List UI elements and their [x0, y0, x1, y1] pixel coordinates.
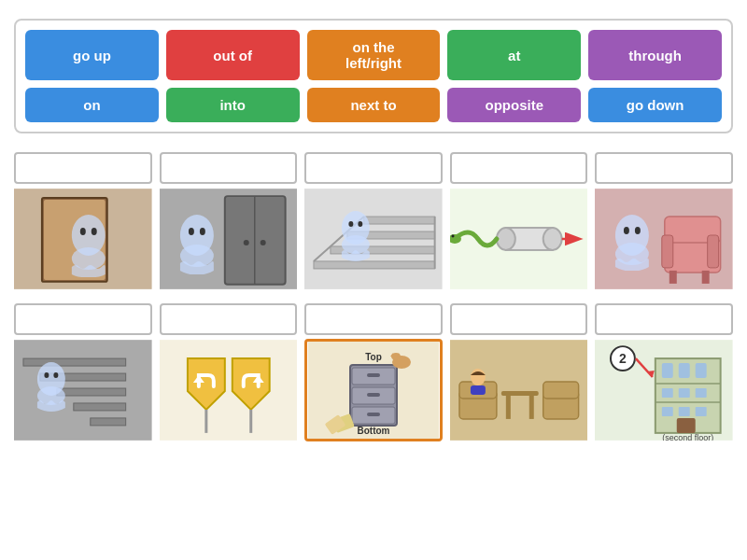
answer-box-1-4[interactable] [450, 152, 588, 184]
img-ghost-wardrobe-cell [160, 188, 298, 290]
answer-box-2-1[interactable] [14, 303, 152, 335]
sofa-svg [450, 340, 588, 441]
svg-point-25 [349, 221, 354, 227]
svg-text:Bottom: Bottom [357, 426, 389, 436]
svg-rect-17 [314, 261, 435, 269]
img-sofa-cell [450, 339, 588, 441]
svg-rect-69 [367, 413, 380, 416]
ghost-stairs-down-svg [14, 340, 152, 441]
snake-svg [450, 189, 588, 289]
img-ghost-door-cell [14, 188, 152, 290]
answer-box-2-2[interactable] [160, 303, 298, 335]
img-building-cell: 2 [595, 339, 733, 441]
word-btn-go-up[interactable]: go up [25, 30, 159, 80]
word-btn-out-of[interactable]: out of [166, 30, 300, 80]
svg-rect-98 [696, 363, 707, 378]
svg-rect-96 [662, 363, 673, 378]
image-section: Top Bottom [14, 152, 733, 445]
ghost-door-svg [14, 189, 152, 289]
img-ghost-chair-cell [595, 188, 733, 290]
svg-rect-104 [696, 407, 707, 416]
svg-point-29 [497, 228, 515, 250]
svg-point-54 [53, 372, 58, 378]
word-btn-next-to[interactable]: next to [307, 88, 441, 122]
svg-point-43 [624, 227, 629, 234]
answer-box-2-5[interactable] [595, 303, 733, 335]
svg-rect-20 [364, 217, 435, 224]
svg-rect-102 [662, 407, 673, 416]
answer-box-1-3[interactable] [304, 152, 443, 184]
svg-rect-80 [506, 396, 511, 419]
word-btn-go-down[interactable]: go down [588, 88, 722, 122]
svg-point-26 [359, 221, 363, 227]
main-container: go up out of on the left/right at throug… [0, 0, 747, 464]
svg-point-10 [243, 240, 248, 245]
svg-rect-79 [501, 391, 539, 396]
svg-rect-37 [662, 235, 673, 268]
img-file-cabinet-cell: Top Bottom [304, 339, 443, 441]
answer-row-1 [14, 152, 733, 184]
svg-rect-39 [669, 271, 677, 284]
answer-box-1-1[interactable] [14, 152, 152, 184]
img-road-signs-cell [160, 339, 298, 441]
svg-point-6 [92, 228, 97, 235]
svg-rect-67 [367, 373, 380, 377]
svg-rect-99 [662, 388, 673, 398]
svg-rect-103 [679, 407, 690, 416]
word-btn-at[interactable]: at [447, 30, 581, 80]
img-ghost-stairs-down-cell [14, 339, 152, 441]
answer-box-2-4[interactable] [450, 303, 588, 335]
svg-rect-50 [91, 418, 126, 426]
svg-rect-97 [679, 363, 690, 378]
word-bank: go up out of on the left/right at throug… [14, 19, 733, 133]
answer-row-2 [14, 303, 733, 335]
svg-text:2: 2 [619, 351, 627, 366]
svg-rect-40 [702, 271, 710, 284]
image-row-1 [14, 188, 733, 290]
word-btn-on-the-left-right[interactable]: on the left/right [307, 30, 441, 80]
svg-rect-49 [74, 403, 126, 411]
word-btn-into[interactable]: into [166, 88, 300, 122]
answer-box-1-5[interactable] [595, 152, 733, 184]
svg-point-86 [471, 369, 486, 385]
svg-point-15 [199, 228, 204, 235]
svg-text:Top: Top [365, 352, 382, 362]
word-btn-opposite[interactable]: opposite [447, 88, 581, 122]
img-ghost-stairs-cell [304, 188, 443, 290]
ghost-wardrobe-svg [160, 189, 298, 289]
svg-rect-68 [367, 393, 380, 397]
road-signs-svg [160, 340, 298, 441]
svg-point-11 [260, 240, 265, 245]
building-svg: 2 [595, 340, 733, 441]
svg-rect-46 [23, 358, 126, 366]
svg-point-30 [543, 228, 562, 250]
svg-rect-85 [543, 382, 579, 399]
img-snake-cell [450, 188, 588, 290]
ghost-stairs-svg [304, 189, 443, 289]
svg-rect-105 [677, 418, 696, 433]
answer-box-2-3[interactable] [304, 303, 443, 335]
svg-point-33 [451, 235, 454, 238]
svg-rect-38 [708, 235, 719, 268]
svg-rect-48 [57, 388, 126, 396]
svg-rect-55 [160, 340, 298, 441]
image-row-2: Top Bottom [14, 339, 733, 441]
svg-rect-81 [529, 396, 534, 419]
svg-rect-100 [679, 388, 690, 398]
file-cabinet-svg: Top Bottom [308, 342, 439, 439]
svg-rect-101 [696, 388, 707, 398]
word-btn-through[interactable]: through [588, 30, 722, 80]
svg-point-5 [80, 228, 86, 235]
svg-rect-87 [471, 385, 486, 395]
svg-point-14 [189, 228, 194, 235]
svg-text:(second floor): (second floor) [663, 433, 714, 441]
answer-box-1-2[interactable] [160, 152, 298, 184]
svg-point-44 [635, 227, 641, 234]
word-btn-on[interactable]: on [25, 88, 159, 122]
ghost-chair-svg [595, 189, 733, 289]
svg-point-53 [44, 372, 49, 378]
